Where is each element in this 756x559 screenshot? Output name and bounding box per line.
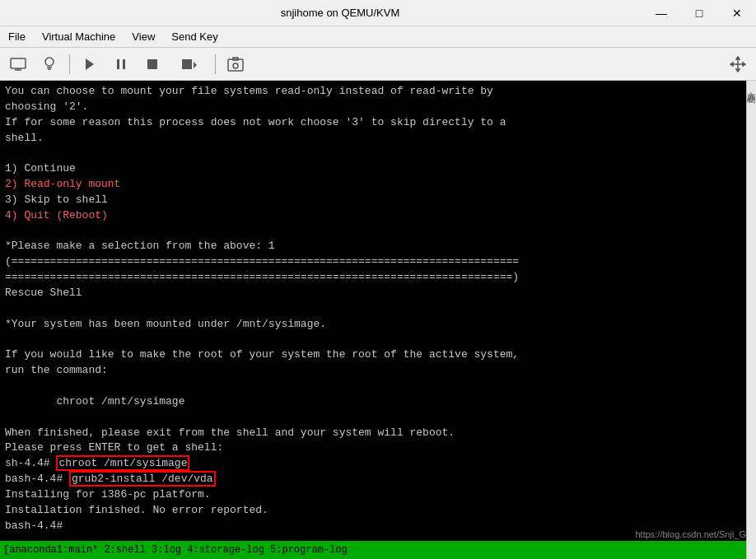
menu-bar: File Virtual Machine View Send Key xyxy=(0,26,756,48)
svg-rect-8 xyxy=(123,59,125,69)
terminal-line: 3) Skip to shell xyxy=(5,193,751,208)
terminal-line: choosing '2'. xyxy=(5,100,751,115)
play-button[interactable] xyxy=(75,51,105,77)
toolbar-sep-2 xyxy=(215,54,216,74)
dropdown-button[interactable] xyxy=(169,51,210,77)
svg-marker-11 xyxy=(194,62,197,68)
terminal-line xyxy=(5,224,751,240)
right-panel: 入 新 硬 xyxy=(746,81,756,559)
terminal-line: Installation finished. No error reported… xyxy=(5,503,751,519)
svg-rect-10 xyxy=(182,59,192,69)
terminal-line: *Please make a selection from the above:… xyxy=(5,239,751,254)
terminal-line: Please press ENTER to get a shell: xyxy=(5,440,751,456)
terminal-line: Installing for i386-pc platform. xyxy=(5,487,751,503)
terminal-line: 2) Read-only mount xyxy=(5,177,751,193)
pause-button[interactable] xyxy=(106,51,136,77)
terminal-line: ========================================… xyxy=(5,270,751,286)
status-bar: [anaconda1:main* 2:shell 3:log 4:storage… xyxy=(0,541,756,559)
terminal-line: Rescue Shell xyxy=(5,286,751,301)
terminal-line: *Your system has been mounted under /mnt… xyxy=(5,317,751,333)
menu-file[interactable]: File xyxy=(0,26,34,47)
svg-rect-7 xyxy=(117,59,119,69)
menu-virtual-machine[interactable]: Virtual Machine xyxy=(34,26,124,47)
svg-marker-6 xyxy=(86,58,94,70)
minimize-button[interactable]: — xyxy=(642,0,680,26)
terminal-line: When finished, please exit from the shel… xyxy=(5,426,751,441)
svg-point-14 xyxy=(233,63,238,68)
svg-marker-17 xyxy=(736,57,740,59)
svg-rect-0 xyxy=(11,58,26,68)
menu-send-key[interactable]: Send Key xyxy=(163,26,226,47)
terminal-line xyxy=(5,379,751,394)
vm-area: You can choose to mount your file system… xyxy=(0,81,756,559)
terminal[interactable]: You can choose to mount your file system… xyxy=(0,81,756,559)
bulb-button[interactable] xyxy=(35,51,64,77)
terminal-line xyxy=(5,146,751,161)
terminal-line-highlight1: sh-4.4# chroot /mnt/sysimage xyxy=(5,456,751,472)
window-title: snjihome on QEMU/KVM xyxy=(38,7,642,19)
terminal-line xyxy=(5,410,751,426)
terminal-line: You can choose to mount your file system… xyxy=(5,84,751,100)
status-text: [anaconda1:main* 2:shell 3:log 4:storage… xyxy=(3,544,348,556)
terminal-line: If you would like to make the root of yo… xyxy=(5,347,751,363)
move-icon[interactable] xyxy=(723,51,753,77)
terminal-line xyxy=(5,333,751,348)
screenshot-button[interactable] xyxy=(221,51,250,77)
terminal-line: run the command: xyxy=(5,363,751,379)
terminal-line: shell. xyxy=(5,131,751,147)
terminal-line: 1) Continue xyxy=(5,161,751,177)
terminal-line-highlight2: bash-4.4# grub2-install /dev/vda xyxy=(5,472,751,487)
terminal-line: (=======================================… xyxy=(5,254,751,270)
svg-marker-20 xyxy=(743,63,745,66)
command-highlight-1: chroot /mnt/sysimage xyxy=(56,455,189,471)
terminal-line: If for some reason this process does not… xyxy=(5,115,751,131)
svg-point-3 xyxy=(45,58,54,66)
monitor-button[interactable] xyxy=(3,51,33,77)
close-button[interactable]: ✕ xyxy=(718,0,756,26)
svg-rect-12 xyxy=(228,59,243,71)
toolbar-sep-1 xyxy=(69,54,70,74)
toolbar xyxy=(0,48,756,81)
svg-marker-19 xyxy=(730,63,733,66)
maximize-button[interactable]: □ xyxy=(680,0,718,26)
terminal-line: 4) Quit (Reboot) xyxy=(5,208,751,224)
svg-marker-18 xyxy=(736,69,740,72)
command-highlight-2: grub2-install /dev/vda xyxy=(69,471,216,487)
title-bar: snjihome on QEMU/KVM — □ ✕ xyxy=(0,0,756,26)
stop-button[interactable] xyxy=(138,51,167,77)
svg-rect-9 xyxy=(147,59,157,69)
terminal-line: chroot /mnt/sysimage xyxy=(5,394,751,410)
watermark: https://blog.csdn.net/Snji_G xyxy=(635,529,746,539)
terminal-line xyxy=(5,301,751,317)
window-controls: — □ ✕ xyxy=(642,0,756,26)
menu-view[interactable]: View xyxy=(124,26,163,47)
